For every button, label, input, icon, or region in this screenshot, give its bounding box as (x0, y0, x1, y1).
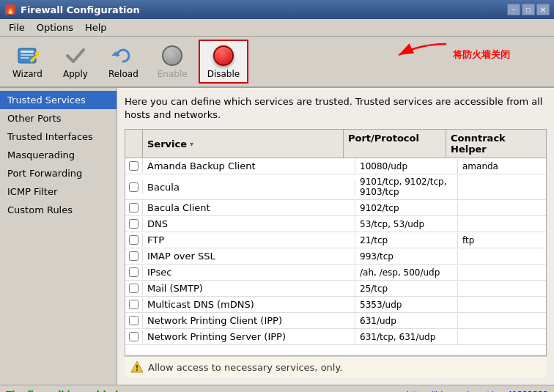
row-service: Mail (SMTP) (143, 281, 355, 296)
row-port: 631/udp (355, 314, 458, 328)
sidebar-item-trusted-services[interactable]: Trusted Services (0, 91, 117, 109)
row-checkbox-cell[interactable] (125, 281, 143, 295)
row-service: Network Printing Server (IPP) (143, 329, 355, 344)
reload-icon (111, 44, 135, 67)
service-checkbox[interactable] (129, 203, 138, 212)
table-row: Network Printing Server (IPP)631/tcp, 63… (125, 329, 546, 345)
table-row: IPsec/ah, /esp, 500/udp (125, 265, 546, 281)
sort-icon: ▾ (190, 140, 193, 148)
row-port: 5353/udp (355, 297, 458, 312)
row-port: 9101/tcp, 9102/tcp, 9103/tcp (355, 174, 458, 199)
row-conntrack (458, 254, 546, 259)
row-checkbox-cell[interactable] (125, 330, 143, 344)
disable-label: Disable (207, 69, 240, 79)
title-bar-left: 🔥 Firewall Configuration (4, 4, 140, 15)
row-port: 631/tcp, 631/udp (355, 330, 458, 344)
row-port: 53/tcp, 53/udp (355, 217, 458, 232)
row-checkbox-cell[interactable] (125, 297, 143, 311)
row-service: FTP (143, 232, 355, 248)
app-icon: 🔥 (4, 4, 16, 15)
menu-help[interactable]: Help (79, 21, 113, 34)
row-service: Bacula Client (143, 200, 355, 215)
table-row: IMAP over SSL993/tcp (125, 248, 546, 265)
row-service: Network Printing Client (IPP) (143, 313, 355, 328)
status-bar: The firewall is enabled. https://blog.cs… (0, 385, 554, 392)
menu-file[interactable]: File (3, 21, 31, 34)
row-service: Multicast DNS (mDNS) (143, 297, 355, 312)
row-checkbox-cell[interactable] (125, 314, 143, 328)
row-checkbox-cell[interactable] (125, 265, 143, 279)
row-checkbox-cell[interactable] (125, 233, 143, 247)
scrollbar-header-spacer (534, 130, 546, 158)
row-port: 9102/tcp (355, 201, 458, 215)
services-table: Service ▾ Port/Protocol Conntrack Helper… (125, 129, 547, 356)
warning-text: Allow access to necessary services, only… (148, 362, 342, 373)
wizard-button[interactable]: Wizard (4, 40, 51, 83)
row-checkbox-cell[interactable] (125, 249, 143, 263)
toolbar: Wizard Apply Reload Enable Disable (0, 37, 554, 88)
service-checkbox[interactable] (129, 251, 138, 261)
row-checkbox-cell[interactable] (125, 201, 143, 215)
th-checkbox (125, 130, 143, 158)
service-checkbox[interactable] (129, 332, 138, 341)
svg-text:🔥: 🔥 (6, 5, 15, 15)
arrow-icon (391, 40, 450, 70)
disable-icon (212, 44, 235, 67)
table-body[interactable]: Amanda Backup Client10080/udpamandaBacul… (125, 158, 546, 355)
row-port: 10080/udp (355, 159, 458, 174)
table-row: FTP21/tcpftp (125, 232, 546, 248)
wizard-icon (15, 44, 39, 67)
reload-button[interactable]: Reload (100, 40, 147, 83)
table-row: Bacula9101/tcp, 9102/tcp, 9103/tcp (125, 174, 546, 200)
minimize-button[interactable]: − (507, 4, 520, 15)
row-conntrack (458, 303, 546, 307)
service-checkbox[interactable] (129, 182, 138, 192)
warning-bar: ! Allow access to necessary services, on… (125, 356, 547, 377)
th-service-label: Service (147, 138, 187, 149)
disable-button[interactable]: Disable (199, 40, 249, 84)
annotation-text: 将防火墙关闭 (453, 48, 510, 62)
service-checkbox[interactable] (129, 161, 138, 171)
row-service: IPsec (143, 265, 355, 280)
enable-button[interactable]: Enable (149, 40, 196, 83)
window-controls[interactable]: − □ ✕ (507, 4, 550, 15)
table-row: Bacula Client9102/tcp (125, 200, 546, 216)
th-service[interactable]: Service ▾ (143, 130, 344, 158)
row-conntrack (458, 319, 546, 323)
row-conntrack (458, 335, 546, 339)
enable-label: Enable (158, 69, 188, 79)
sidebar-item-trusted-interfaces[interactable]: Trusted Interfaces (0, 127, 117, 146)
table-row: Mail (SMTP)25/tcp (125, 281, 546, 297)
service-checkbox[interactable] (129, 267, 138, 277)
service-checkbox[interactable] (129, 235, 138, 245)
service-checkbox[interactable] (129, 219, 138, 229)
row-port: 25/tcp (355, 281, 458, 296)
sidebar-item-masquerading[interactable]: Masquerading (0, 146, 117, 164)
apply-button[interactable]: Apply (53, 40, 97, 83)
row-conntrack (458, 270, 546, 275)
menu-bar: File Options Help (0, 19, 554, 37)
service-checkbox[interactable] (129, 284, 138, 293)
warning-icon: ! (130, 360, 144, 374)
row-service: Amanda Backup Client (143, 158, 355, 174)
svg-rect-5 (21, 57, 29, 59)
row-conntrack: ftp (458, 233, 546, 248)
sidebar-item-custom-rules[interactable]: Custom Rules (0, 201, 117, 219)
restore-button[interactable]: □ (522, 4, 535, 15)
close-button[interactable]: ✕ (536, 4, 550, 15)
sidebar-item-icmp-filter[interactable]: ICMP Filter (0, 182, 117, 201)
service-checkbox[interactable] (129, 300, 138, 309)
content-description: Here you can define which services are t… (125, 95, 547, 122)
menu-options[interactable]: Options (31, 21, 79, 34)
row-checkbox-cell[interactable] (125, 180, 143, 194)
sidebar-item-other-ports[interactable]: Other Ports (0, 109, 117, 127)
wizard-label: Wizard (12, 69, 43, 79)
sidebar-item-port-forwarding[interactable]: Port Forwarding (0, 164, 117, 182)
content-panel: Here you can define which services are t… (117, 88, 554, 385)
annotation: 将防火墙关闭 (391, 40, 510, 70)
row-checkbox-cell[interactable] (125, 217, 143, 231)
service-checkbox[interactable] (129, 316, 138, 325)
row-conntrack (458, 206, 546, 210)
row-checkbox-cell[interactable] (125, 159, 143, 173)
enable-circle (162, 45, 182, 66)
